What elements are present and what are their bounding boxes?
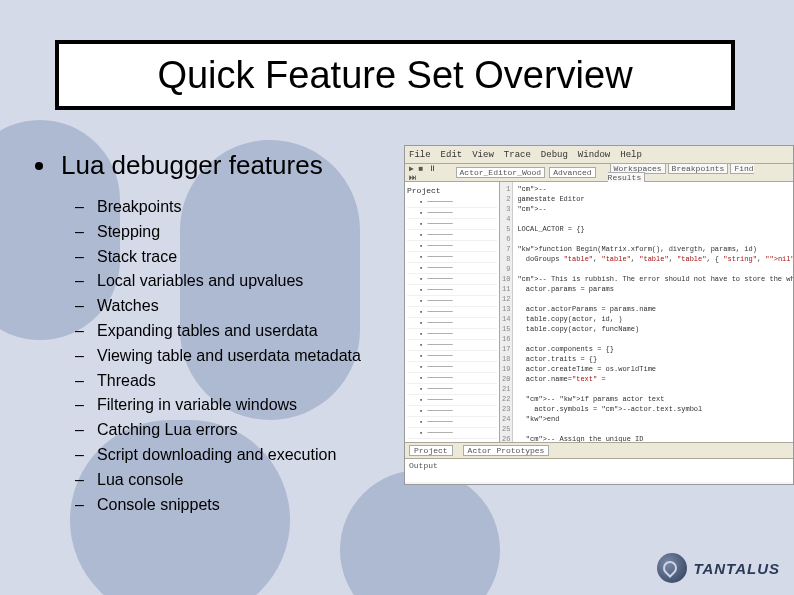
ide-body: Project ▪ ──────▪ ──────▪ ──────▪ ──────… xyxy=(405,182,793,442)
menu-item: Window xyxy=(578,150,610,160)
tree-item: ▪ ────── xyxy=(407,219,497,230)
project-panel-header: Project xyxy=(407,184,497,197)
logo: TANTALUS xyxy=(657,553,780,583)
ide-menubar: FileEditViewTraceDebugWindowHelp xyxy=(405,146,793,164)
tree-item: ▪ ────── xyxy=(407,329,497,340)
feature-item: Console snippets xyxy=(97,493,485,518)
ide-right-tabs: WorkspacesBreakpointsFind Results xyxy=(608,164,793,182)
tree-item: ▪ ────── xyxy=(407,307,497,318)
logo-mark-icon xyxy=(657,553,687,583)
menu-item: Trace xyxy=(504,150,531,160)
tree-item: ▪ ────── xyxy=(407,296,497,307)
menu-item: View xyxy=(472,150,494,160)
ide-bottom-tabs: ProjectActor Prototypes xyxy=(405,443,793,459)
tree-item: ▪ ────── xyxy=(407,428,497,439)
tree-item: ▪ ────── xyxy=(407,197,497,208)
ide-toolbar: ▶ ■ ⏸ ⏭ Actor_Editor_WoodAdvanced Worksp… xyxy=(405,164,793,182)
project-tree: ▪ ──────▪ ──────▪ ──────▪ ──────▪ ──────… xyxy=(407,197,497,442)
toolbar-tab: Actor_Editor_Wood xyxy=(456,167,546,178)
menu-item: Debug xyxy=(541,150,568,160)
menu-item: File xyxy=(409,150,431,160)
output-panel-header: Output xyxy=(405,459,793,472)
tree-item: ▪ ────── xyxy=(407,318,497,329)
bottom-tab: Project xyxy=(409,445,453,456)
tree-item: ▪ ────── xyxy=(407,406,497,417)
tree-item: ▪ ────── xyxy=(407,439,497,442)
slide-title: Quick Feature Set Overview xyxy=(157,54,632,97)
bullet-icon xyxy=(35,162,43,170)
ide-project-panel: Project ▪ ──────▪ ──────▪ ──────▪ ──────… xyxy=(405,182,500,442)
menu-item: Help xyxy=(620,150,642,160)
toolbar-icon: ▶ ■ ⏸ ⏭ xyxy=(409,164,448,182)
subtitle-text: Lua debugger features xyxy=(61,150,323,181)
panel-tab: Breakpoints xyxy=(668,163,729,174)
editor-gutter: 1 2 3 4 5 6 7 8 9 10 11 12 13 14 15 16 1… xyxy=(500,182,513,442)
ide-screenshot: FileEditViewTraceDebugWindowHelp ▶ ■ ⏸ ⏭… xyxy=(404,145,794,485)
toolbar-tab: Advanced xyxy=(549,167,595,178)
tree-item: ▪ ────── xyxy=(407,274,497,285)
tree-item: ▪ ────── xyxy=(407,362,497,373)
tree-item: ▪ ────── xyxy=(407,417,497,428)
tree-item: ▪ ────── xyxy=(407,241,497,252)
toolbar-tabs: Actor_Editor_WoodAdvanced xyxy=(456,168,600,177)
tree-item: ▪ ────── xyxy=(407,373,497,384)
ide-editor: 1 2 3 4 5 6 7 8 9 10 11 12 13 14 15 16 1… xyxy=(500,182,793,442)
tree-item: ▪ ────── xyxy=(407,263,497,274)
tree-item: ▪ ────── xyxy=(407,384,497,395)
tree-item: ▪ ────── xyxy=(407,395,497,406)
title-box: Quick Feature Set Overview xyxy=(55,40,735,110)
tree-item: ▪ ────── xyxy=(407,285,497,296)
bottom-tab: Actor Prototypes xyxy=(463,445,550,456)
tree-item: ▪ ────── xyxy=(407,230,497,241)
tree-item: ▪ ────── xyxy=(407,340,497,351)
editor-code: "cm">-- gamestate Editor "cm">-- LOCAL_A… xyxy=(513,182,793,442)
logo-text: TANTALUS xyxy=(693,560,780,577)
tree-item: ▪ ────── xyxy=(407,351,497,362)
menu-item: Edit xyxy=(441,150,463,160)
tree-item: ▪ ────── xyxy=(407,208,497,219)
slide: Quick Feature Set Overview Lua debugger … xyxy=(0,0,794,595)
tree-item: ▪ ────── xyxy=(407,252,497,263)
ide-bottom-panel: ProjectActor Prototypes Output xyxy=(405,442,793,482)
